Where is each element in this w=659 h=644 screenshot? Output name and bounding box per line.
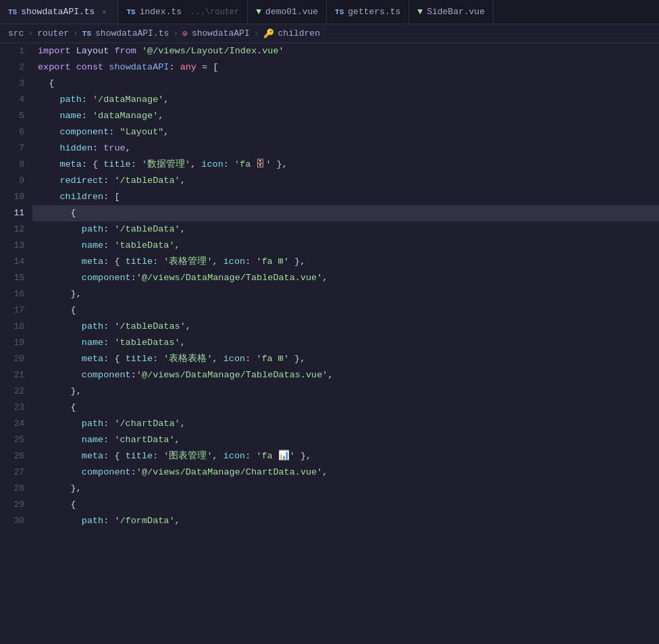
tab-getters[interactable]: TS getters.ts xyxy=(327,0,409,24)
code-line-26: meta: { title: '图表管理', icon: 'fa 📊' }, xyxy=(32,448,659,464)
code-line-4: path: '/dataManage', xyxy=(32,92,659,108)
line-num-27: 27 xyxy=(14,464,24,481)
line-num-3: 3 xyxy=(19,76,24,92)
tab-label-3: demo01.vue xyxy=(265,7,318,17)
breadcrumb-key-icon: 🔑 xyxy=(263,28,274,39)
line-num-26: 26 xyxy=(14,448,24,464)
code-lines: import Layout from '@/views/Layout/Index… xyxy=(32,43,659,529)
tab-showdataAPI[interactable]: TS showdataAPI.ts × xyxy=(0,0,118,24)
line-num-8: 8 xyxy=(19,157,24,173)
code-line-21: component:'@/views/DataManage/TableDatas… xyxy=(32,367,659,383)
code-content[interactable]: import Layout from '@/views/Layout/Index… xyxy=(32,43,659,644)
code-line-7: hidden: true, xyxy=(32,140,659,157)
line-num-12: 12 xyxy=(14,221,24,238)
tab-label-4: getters.ts xyxy=(348,7,400,17)
breadcrumb-ts-icon: TS xyxy=(82,30,91,38)
vue-badge-5: ▼ xyxy=(417,7,423,17)
line-num-23: 23 xyxy=(14,400,24,416)
breadcrumb-children: children xyxy=(278,28,320,38)
breadcrumb-func-icon: ⊙ xyxy=(182,28,188,39)
code-line-12: path: '/tableData', xyxy=(32,221,659,238)
breadcrumb-sep-2: › xyxy=(73,28,78,38)
line-num-7: 7 xyxy=(19,140,24,157)
tab-sublabel-2: ...\router xyxy=(186,7,239,17)
code-line-5: name: 'dataManage', xyxy=(32,108,659,124)
code-line-18: path: '/tableDatas', xyxy=(32,319,659,335)
code-line-14: meta: { title: '表格管理', icon: 'fa ⊞' }, xyxy=(32,254,659,270)
line-num-6: 6 xyxy=(19,124,24,140)
editor: 1 2 3 4 5 6 7 8 9 10 11 12 13 14 15 16 1… xyxy=(0,43,659,644)
code-line-22: }, xyxy=(32,383,659,400)
vue-badge-3: ▼ xyxy=(256,7,261,17)
line-num-11: 11 xyxy=(14,205,24,221)
line-num-30: 30 xyxy=(14,513,24,529)
code-line-3: { xyxy=(32,76,659,92)
line-num-4: 4 xyxy=(19,92,24,108)
code-line-10: children: [ xyxy=(32,189,659,205)
breadcrumb-showdataAPI: showdataAPI xyxy=(192,28,250,38)
line-num-25: 25 xyxy=(14,432,24,448)
line-num-21: 21 xyxy=(14,367,24,383)
breadcrumb-sep-4: › xyxy=(254,28,259,38)
code-line-29: { xyxy=(32,497,659,513)
breadcrumb-src: src xyxy=(8,28,24,38)
code-line-2: export const showdataAPI: any = [ xyxy=(32,59,659,76)
code-line-15: component:'@/views/DataManage/TableData.… xyxy=(32,270,659,286)
breadcrumb-file: showdataAPI.ts xyxy=(95,28,169,38)
breadcrumb-router: router xyxy=(37,28,69,38)
ts-badge-4: TS xyxy=(335,8,344,16)
line-num-20: 20 xyxy=(14,351,24,367)
code-line-8: meta: { title: '数据管理', icon: 'fa 🗄' }, xyxy=(32,157,659,173)
code-line-9: redirect: '/tableData', xyxy=(32,173,659,189)
line-num-14: 14 xyxy=(14,254,24,270)
line-num-18: 18 xyxy=(14,319,24,335)
tab-label-5: SideBar.vue xyxy=(427,7,485,17)
line-num-16: 16 xyxy=(14,286,24,302)
tab-index[interactable]: TS index.ts ...\router xyxy=(118,0,248,24)
line-num-22: 22 xyxy=(14,383,24,400)
code-line-19: name: 'tableDatas', xyxy=(32,335,659,351)
breadcrumb-sep-3: › xyxy=(173,28,178,38)
line-num-15: 15 xyxy=(14,270,24,286)
line-num-28: 28 xyxy=(14,481,24,497)
ts-badge-1: TS xyxy=(8,8,17,16)
line-num-1: 1 xyxy=(19,43,24,59)
code-line-17: { xyxy=(32,302,659,319)
code-line-27: component:'@/views/DataManage/ChartData.… xyxy=(32,464,659,481)
tab-bar: TS showdataAPI.ts × TS index.ts ...\rout… xyxy=(0,0,659,24)
tab-sidebar[interactable]: ▼ SideBar.vue xyxy=(409,0,494,24)
code-line-6: component: "Layout", xyxy=(32,124,659,140)
code-line-16: }, xyxy=(32,286,659,302)
line-num-9: 9 xyxy=(19,173,24,189)
code-line-28: }, xyxy=(32,481,659,497)
code-line-20: meta: { title: '表格表格', icon: 'fa ⊞' }, xyxy=(32,351,659,367)
ts-badge-2: TS xyxy=(126,8,135,16)
breadcrumb: src › router › TS showdataAPI.ts › ⊙ sho… xyxy=(0,24,659,43)
code-line-1: import Layout from '@/views/Layout/Index… xyxy=(32,43,659,59)
breadcrumb-sep-1: › xyxy=(28,28,33,38)
line-num-19: 19 xyxy=(14,335,24,351)
code-line-13: name: 'tableData', xyxy=(32,238,659,254)
line-num-24: 24 xyxy=(14,416,24,432)
code-line-23: { xyxy=(32,400,659,416)
code-line-30: path: '/formData', xyxy=(32,513,659,529)
line-num-5: 5 xyxy=(19,108,24,124)
code-line-24: path: '/chartData', xyxy=(32,416,659,432)
tab-demo01[interactable]: ▼ demo01.vue xyxy=(248,0,327,24)
line-num-17: 17 xyxy=(14,302,24,319)
tab-label-2: index.ts xyxy=(140,7,182,17)
tab-label-1: showdataAPI.ts xyxy=(21,7,95,17)
line-num-10: 10 xyxy=(14,189,24,205)
code-line-25: name: 'chartData', xyxy=(32,432,659,448)
line-num-2: 2 xyxy=(19,59,24,76)
code-line-11: { xyxy=(32,205,659,221)
line-numbers: 1 2 3 4 5 6 7 8 9 10 11 12 13 14 15 16 1… xyxy=(0,43,32,644)
line-num-13: 13 xyxy=(14,238,24,254)
line-num-29: 29 xyxy=(14,497,24,513)
close-tab-1[interactable]: × xyxy=(99,7,109,18)
